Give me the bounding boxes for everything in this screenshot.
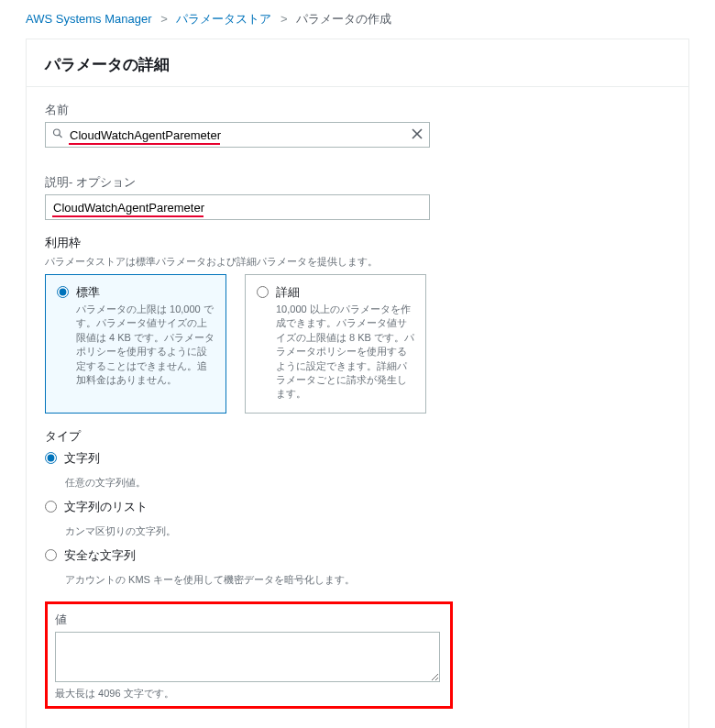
- breadcrumb-root[interactable]: AWS Systems Manager: [26, 12, 152, 26]
- tier-field: 利用枠 パラメータストアは標準パラメータおよび詳細パラメータを提供します。 標準…: [45, 235, 670, 414]
- name-input[interactable]: [45, 122, 430, 148]
- type-string-radio[interactable]: [45, 452, 57, 464]
- tier-standard-title: 標準: [76, 284, 214, 301]
- value-label: 値: [55, 612, 443, 628]
- tier-advanced-radio[interactable]: [257, 286, 269, 298]
- desc-label: 説明- オプション: [45, 174, 670, 191]
- name-field: 名前 CloudWatchAgentParemeter: [45, 102, 670, 160]
- desc-field: 説明- オプション: [45, 174, 670, 220]
- parameter-details-panel: パラメータの詳細 名前 CloudWatchAgentParemeter 説明-…: [26, 39, 689, 728]
- desc-input[interactable]: [45, 194, 430, 220]
- type-string-desc: 任意の文字列値。: [65, 476, 670, 490]
- type-list-item[interactable]: 文字列のリスト: [45, 499, 670, 515]
- type-string-label: 文字列: [64, 450, 100, 467]
- breadcrumb-sep: >: [160, 12, 168, 26]
- value-highlight: 値 最大長は 4096 文字です。: [45, 601, 453, 709]
- page-title: パラメータの詳細: [45, 54, 670, 75]
- tier-label: 利用枠: [45, 235, 670, 251]
- type-label: タイプ: [45, 428, 670, 445]
- type-list-radio[interactable]: [45, 501, 57, 513]
- panel-header: パラメータの詳細: [27, 39, 688, 87]
- value-hint: 最大長は 4096 文字です。: [55, 687, 443, 700]
- type-secure-radio[interactable]: [45, 549, 57, 561]
- type-secure-item[interactable]: 安全な文字列: [45, 547, 670, 564]
- type-string-item[interactable]: 文字列: [45, 450, 670, 467]
- value-textarea[interactable]: [55, 632, 440, 682]
- name-label: 名前: [45, 102, 670, 118]
- tier-advanced-desc: 10,000 以上のパラメータを作成できます。パラメータ値サイズの上限値は 8 …: [276, 303, 414, 402]
- breadcrumb-sep: >: [280, 12, 288, 26]
- breadcrumb-store[interactable]: パラメータストア: [176, 12, 271, 26]
- type-list-label: 文字列のリスト: [64, 499, 148, 515]
- tier-standard-tile[interactable]: 標準 パラメータの上限は 10,000 です。パラメータ値サイズの上限値は 4 …: [45, 274, 226, 414]
- type-secure-desc: アカウントの KMS キーを使用して機密データを暗号化します。: [65, 573, 670, 587]
- tier-advanced-title: 詳細: [276, 284, 414, 301]
- type-field: タイプ 文字列 任意の文字列値。 文字列のリスト カンマ区切りの文字列。: [45, 428, 670, 587]
- type-secure-label: 安全な文字列: [64, 547, 136, 564]
- tier-hint: パラメータストアは標準パラメータおよび詳細パラメータを提供します。: [45, 255, 670, 269]
- type-list-desc: カンマ区切りの文字列。: [65, 524, 670, 538]
- clear-icon[interactable]: [412, 127, 423, 142]
- tier-standard-desc: パラメータの上限は 10,000 です。パラメータ値サイズの上限値は 4 KB …: [76, 303, 214, 387]
- breadcrumb: AWS Systems Manager > パラメータストア > パラメータの作…: [0, 0, 715, 39]
- breadcrumb-current: パラメータの作成: [296, 12, 391, 26]
- tier-standard-radio[interactable]: [57, 286, 69, 298]
- tier-advanced-tile[interactable]: 詳細 10,000 以上のパラメータを作成できます。パラメータ値サイズの上限値は…: [245, 274, 426, 414]
